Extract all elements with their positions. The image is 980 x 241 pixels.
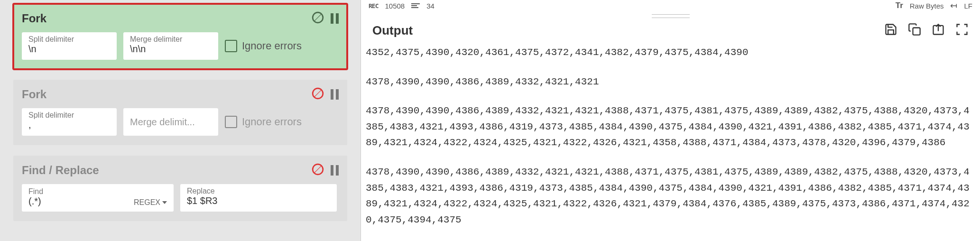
pause-icon[interactable] xyxy=(331,13,339,24)
recipe-panel: Fork Split delimiter \n Merge delimiter … xyxy=(0,0,361,241)
pause-icon[interactable] xyxy=(331,89,339,100)
raw-bytes-label[interactable]: Raw Bytes xyxy=(910,2,944,10)
status-bar: REC 10508 34 Tr Raw Bytes ↤ LF xyxy=(361,0,980,13)
fullscreen-icon[interactable] xyxy=(955,23,969,38)
disable-icon[interactable] xyxy=(312,87,324,102)
lines-count: 34 xyxy=(426,2,435,10)
ignore-errors-checkbox[interactable]: Ignore errors xyxy=(225,108,302,136)
operation-fork-active[interactable]: Fork Split delimiter \n Merge delimiter … xyxy=(13,4,347,69)
disable-icon[interactable] xyxy=(312,163,324,177)
raw-bytes-toggle[interactable]: Tr xyxy=(896,1,903,10)
svg-line-1 xyxy=(314,14,321,21)
find-field[interactable]: Find (.*) REGEX xyxy=(22,184,174,212)
operation-find-replace[interactable]: Find / Replace Find (.*) REGEX xyxy=(13,156,347,221)
checkbox-icon xyxy=(225,116,237,128)
save-icon[interactable] xyxy=(884,23,897,38)
merge-delimiter-field[interactable]: Merge delimiter \n\n xyxy=(123,32,218,60)
lines-icon xyxy=(411,3,420,8)
split-delimiter-field[interactable]: Split delimiter \n xyxy=(22,32,117,60)
regex-dropdown[interactable]: REGEX xyxy=(134,198,167,207)
eol-label[interactable]: LF xyxy=(964,2,972,10)
output-title: Output xyxy=(372,23,884,38)
merge-delimiter-field[interactable]: Merge delimit... xyxy=(123,108,218,136)
op-title: Fork xyxy=(22,88,312,101)
copy-icon[interactable] xyxy=(908,23,921,38)
rec-count: 10508 xyxy=(385,2,405,10)
replace-field[interactable]: Replace $1 $R3 xyxy=(180,184,337,212)
move-to-input-icon[interactable] xyxy=(932,23,945,38)
output-text[interactable]: 4352,4375,4390,4320,4361,4375,4372,4341,… xyxy=(361,43,980,241)
operation-fork-disabled[interactable]: Fork Split delimiter , Merge delimit... xyxy=(13,80,347,145)
output-panel: REC 10508 34 Tr Raw Bytes ↤ LF Output xyxy=(361,0,980,241)
svg-line-5 xyxy=(314,166,321,173)
disable-icon[interactable] xyxy=(312,11,324,26)
ignore-errors-checkbox[interactable]: Ignore errors xyxy=(225,32,302,60)
svg-line-3 xyxy=(314,90,321,97)
svg-rect-6 xyxy=(913,28,920,35)
eol-icon[interactable]: ↤ xyxy=(950,0,957,11)
split-delimiter-field[interactable]: Split delimiter , xyxy=(22,108,117,136)
op-title: Fork xyxy=(22,12,312,25)
drag-handle[interactable] xyxy=(361,13,980,18)
chevron-down-icon xyxy=(162,201,167,204)
op-title: Find / Replace xyxy=(22,164,312,177)
checkbox-icon xyxy=(225,40,237,52)
pause-icon[interactable] xyxy=(331,165,339,176)
rec-icon: REC xyxy=(369,2,378,9)
